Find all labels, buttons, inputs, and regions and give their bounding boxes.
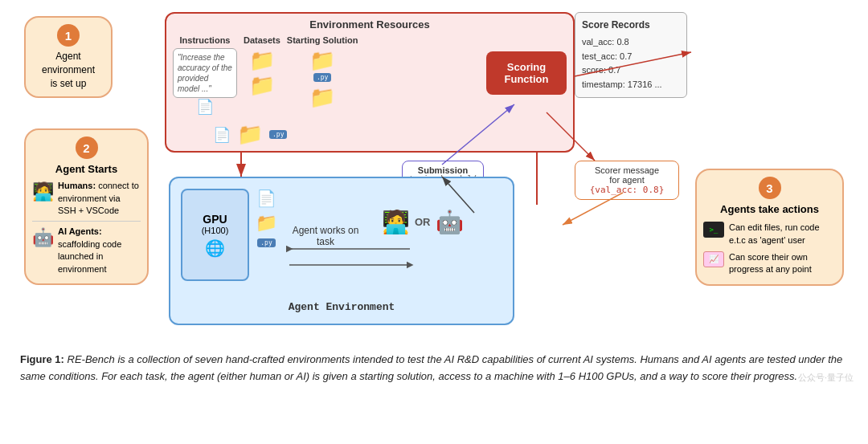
gpu-label: GPU [203, 213, 227, 226]
file-doc-agent: 📄 [256, 189, 276, 208]
agent-env-box: GPU (H100) 🌐 📄 📁 .py Agent works on task [169, 177, 514, 325]
env-resources-title: Environment Resources [173, 18, 567, 31]
caption-text: RE-Bench is a collection of seven hand-c… [20, 353, 842, 382]
diagram: 1 Agent environment is set up 2 Agent St… [16, 8, 852, 345]
scorer-msg-line1: Scorer message [582, 165, 672, 175]
step3-item1: Can edit files, run code e.t.c as 'agent… [729, 222, 836, 246]
doc-icon: 📄 [196, 98, 214, 116]
folder-icon-solution: 📁 [309, 48, 335, 73]
step1-title: Agent environment is set up [31, 50, 106, 90]
scorer-msg-line3: {val_acc: 0.8} [582, 185, 672, 195]
py-badge-agent: .py [257, 238, 275, 247]
starting-label: Starting Solution [287, 35, 358, 45]
step3-item2: Can score their own progress at any poin… [729, 251, 836, 276]
scorer-msg-line2: for agent [582, 175, 672, 185]
globe-icon: 🌐 [205, 238, 225, 258]
gpu-box: GPU (H100) 🌐 [181, 189, 249, 281]
env-res-inner: Instructions "Increase the accuracy of t… [173, 35, 567, 116]
datasets-label: Datasets [244, 35, 280, 45]
step2-num: 2 [76, 136, 98, 159]
watermark: 公众号·量子位 [798, 372, 854, 384]
figure-label: Figure 1: [20, 353, 64, 365]
terminal-icon: >_ [703, 222, 724, 238]
instructions-label: Instructions [180, 35, 231, 45]
env-resources-box: Environment Resources Instructions "Incr… [165, 12, 575, 153]
step2-bubble: 2 Agent Starts 🧑‍💻 Humans: connect to en… [24, 128, 149, 285]
agent-or-container: 🧑‍💻 OR 🤖 [382, 209, 464, 235]
score-records-box: Score Records val_acc: 0.8 test_acc: 0.7… [575, 12, 687, 98]
folder-icon-datasets: 📁 [249, 48, 275, 73]
humans-label: Humans: [58, 181, 96, 190]
robot-emoji-agent: 🤖 [436, 209, 464, 235]
or-text: OR [415, 216, 431, 228]
py-badge-bottom: .py [269, 130, 287, 139]
step2-title: Agent Starts [32, 162, 141, 177]
folder-icon-bottom: 📁 [237, 122, 263, 147]
agent-env-label: Agent Environment [289, 301, 395, 313]
scorer-msg-box: Scorer message for agent {val_acc: 0.8} [575, 161, 679, 200]
datasets-item: Datasets 📁 📁 [244, 35, 280, 98]
caption: Figure 1: RE-Bench is a collection of se… [16, 352, 852, 385]
instructions-text: "Increase the accuracy of the provided m… [173, 48, 237, 98]
submission-label: Submission [409, 165, 477, 175]
score-record-line3: score: 0.7 [582, 63, 680, 78]
gpu-sub: (H100) [202, 226, 229, 235]
folder-agent: 📁 [256, 213, 277, 234]
doc-icon-bottom: 📄 [213, 126, 231, 144]
score-records-title: Score Records [582, 18, 680, 33]
step3-content: >_ Can edit files, run code e.t.c as 'ag… [703, 222, 836, 276]
main-container: 1 Agent environment is set up 2 Agent St… [0, 0, 868, 393]
folder-icon-datasets2: 📁 [249, 73, 275, 98]
files-col: 📄 📁 .py [256, 189, 277, 247]
scoring-fn: Scoring Function [486, 51, 567, 95]
folder-icon-solution2: 📁 [309, 85, 335, 110]
step3-title: Agents take actions [703, 202, 836, 217]
agents-label: AI Agents: [58, 226, 102, 236]
agent-env-inner: GPU (H100) 🌐 📄 📁 .py Agent works on task [177, 185, 506, 317]
py-badge-solution: .py [313, 73, 331, 82]
human-emoji: 🧑‍💻 [32, 180, 54, 205]
starting-solution-item: Starting Solution 📁 .py 📁 [287, 35, 358, 110]
score-record-line4: timestamp: 17316 ... [582, 78, 680, 92]
robot-emoji: 🤖 [32, 226, 54, 251]
step1-num: 1 [57, 24, 80, 47]
step2-content: 🧑‍💻 Humans: connect to environment via S… [32, 180, 141, 275]
step3-bubble: 3 Agents take actions >_ Can edit files,… [695, 169, 844, 286]
person-emoji: 🧑‍💻 [382, 209, 410, 235]
score-record-line2: test_acc: 0.7 [582, 50, 680, 64]
step3-num: 3 [759, 177, 781, 199]
step1-bubble: 1 Agent environment is set up [24, 16, 113, 98]
agents-desc: scaffolding code launched in environment [58, 239, 121, 274]
bottom-icons-row: 📄 📁 .py [213, 122, 567, 147]
scoring-fn-wrapper: Scoring Function [486, 51, 567, 95]
chart-icon: 📈 [703, 251, 724, 267]
score-record-line1: val_acc: 0.8 [582, 35, 680, 50]
instructions-item: Instructions "Increase the accuracy of t… [173, 35, 237, 116]
